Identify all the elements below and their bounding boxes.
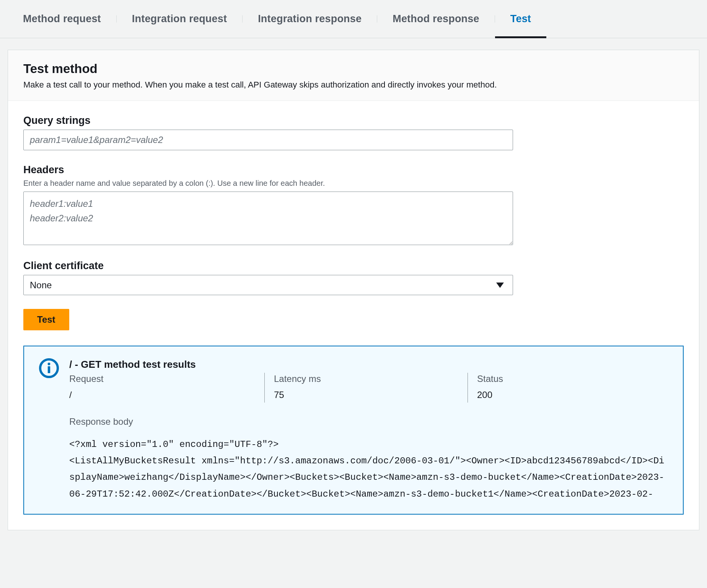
tab-integration-request[interactable]: Integration request	[117, 0, 242, 38]
results-col-status: Status 200	[468, 373, 668, 403]
tab-method-request[interactable]: Method request	[8, 0, 116, 38]
client-certificate-group: Client certificate None	[23, 260, 684, 295]
results-col-latency: Latency ms 75	[265, 373, 468, 403]
headers-label: Headers	[23, 164, 684, 176]
results-columns: Request / Latency ms 75 Status 200	[69, 373, 668, 403]
client-certificate-label: Client certificate	[23, 260, 684, 272]
panel-description: Make a test call to your method. When yo…	[23, 80, 684, 90]
status-value: 200	[477, 390, 653, 400]
latency-label: Latency ms	[274, 374, 452, 384]
tab-method-response[interactable]: Method response	[377, 0, 495, 38]
latency-value: 75	[274, 390, 452, 400]
tab-test[interactable]: Test	[495, 0, 546, 38]
panel-body: Query strings Headers Enter a header nam…	[8, 101, 699, 530]
tab-integration-response[interactable]: Integration response	[243, 0, 377, 38]
results-title: / - GET method test results	[69, 359, 668, 370]
client-certificate-select[interactable]: None	[23, 275, 513, 295]
panel-header: Test method Make a test call to your met…	[8, 50, 699, 101]
results-inner: / - GET method test results Request / La…	[39, 359, 668, 502]
page-root: Method request Integration request Integ…	[0, 0, 707, 588]
headers-group: Headers Enter a header name and value se…	[23, 164, 684, 246]
status-label: Status	[477, 374, 653, 384]
query-strings-group: Query strings	[23, 115, 684, 150]
request-value: /	[69, 390, 249, 400]
client-certificate-select-wrap: None	[23, 275, 513, 295]
info-icon	[39, 358, 59, 378]
test-button[interactable]: Test	[23, 309, 69, 330]
request-label: Request	[69, 374, 249, 384]
query-strings-input[interactable]	[23, 130, 513, 150]
query-strings-label: Query strings	[23, 115, 684, 127]
test-method-panel: Test method Make a test call to your met…	[8, 50, 699, 530]
test-results-box: / - GET method test results Request / La…	[23, 346, 684, 515]
response-body-label: Response body	[69, 416, 668, 427]
panel-title: Test method	[23, 62, 684, 76]
headers-help: Enter a header name and value separated …	[23, 179, 684, 188]
tabs-bar: Method request Integration request Integ…	[0, 0, 707, 38]
svg-rect-3	[48, 366, 50, 373]
results-col-request: Request /	[69, 373, 264, 403]
headers-input[interactable]	[23, 192, 513, 245]
svg-point-2	[48, 363, 50, 365]
response-body-content: <?xml version="1.0" encoding="UTF-8"?> <…	[69, 436, 668, 502]
